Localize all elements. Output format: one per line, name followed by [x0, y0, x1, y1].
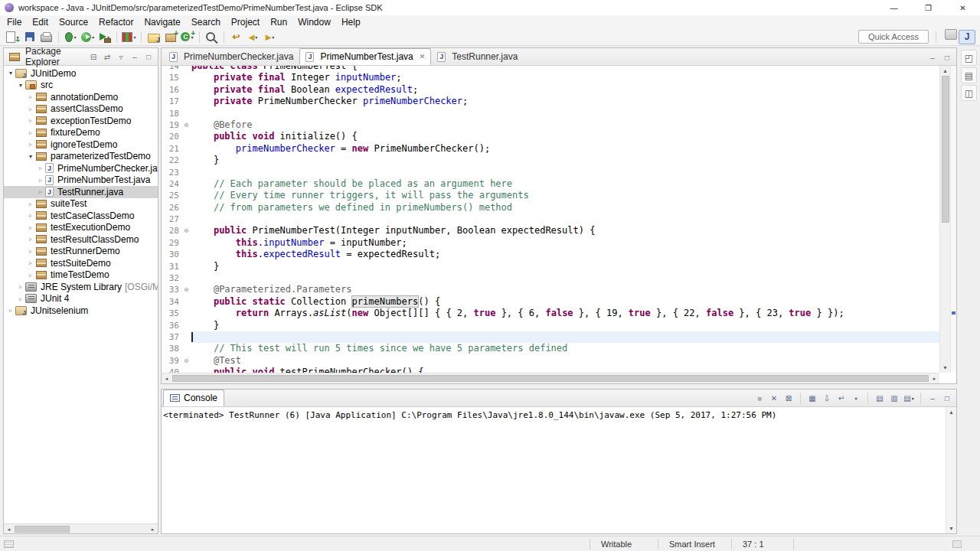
code-line-30[interactable]: 30 this.expectedResult = expectedResult;: [162, 249, 939, 260]
tree-item-testrunnerdemo[interactable]: ▹testRunnerDemo: [4, 246, 158, 258]
collapsed-tree-arrow-icon[interactable]: ▹: [26, 236, 35, 243]
open-search-icon[interactable]: [204, 30, 220, 44]
java-perspective-icon[interactable]: J: [959, 30, 975, 44]
tree-item-primenumberchecker-java[interactable]: ▹JPrimeNumberChecker.java: [4, 162, 158, 174]
code-editor[interactable]: 14public class PrimeNumberTest {15 priva…: [162, 66, 939, 373]
insert-mode-status[interactable]: Smart Insert: [658, 540, 731, 549]
menu-run[interactable]: Run: [265, 16, 292, 28]
tree-item-testsuitedemo[interactable]: ▹testSuiteDemo: [4, 257, 158, 269]
run-icon[interactable]: ▾: [80, 30, 96, 44]
new-java-project-icon[interactable]: [145, 30, 162, 44]
tree-item-src[interactable]: ▾src: [4, 80, 158, 92]
package-explorer-tab[interactable]: Package Explorer: [7, 46, 87, 67]
scroll-up-icon[interactable]: ▲: [946, 407, 956, 417]
clear-console-icon[interactable]: ▦: [806, 392, 818, 404]
code-line-24[interactable]: 24 // Each parameter should be placed as…: [162, 178, 939, 190]
tree-item-primenumbertest-java[interactable]: ▹JPrimeNumberTest.java: [4, 174, 158, 187]
debug-icon[interactable]: ▾: [63, 30, 79, 44]
code-line-37[interactable]: 37: [162, 331, 939, 343]
maximize-icon[interactable]: □: [941, 392, 953, 404]
code-line-14[interactable]: 14public class PrimeNumberTest {: [162, 66, 939, 72]
fold-collapse-icon[interactable]: ⊖: [181, 119, 191, 131]
open-console-icon[interactable]: ▤▾: [903, 392, 915, 404]
collapsed-tree-arrow-icon[interactable]: ▹: [36, 177, 45, 184]
code-line-21[interactable]: 21 primeNumberChecker = new PrimeNumberC…: [162, 143, 939, 155]
workbench-perspective-icon[interactable]: [945, 29, 957, 40]
code-line-33[interactable]: 33⊖ @Parameterized.Parameters: [162, 284, 939, 295]
maximize-window-button[interactable]: ❐: [911, 0, 946, 15]
pin-console-icon[interactable]: ▪: [850, 392, 862, 404]
menu-edit[interactable]: Edit: [27, 16, 54, 28]
tree-item-jre-system-library[interactable]: ▹JRE System Library[OSGi/Minimum-: [4, 281, 158, 293]
editor-vertical-scrollbar[interactable]: ▲ ▼: [939, 66, 950, 373]
fold-collapse-icon[interactable]: ⊖: [181, 355, 191, 367]
scroll-right-icon[interactable]: ▸: [148, 524, 158, 534]
new-wizard-icon[interactable]: ▾: [5, 30, 21, 44]
collapsed-tree-arrow-icon[interactable]: ▹: [26, 106, 35, 112]
minimize-icon[interactable]: ‒: [926, 392, 939, 404]
package-explorer-horizontal-scrollbar[interactable]: ◂ ▸: [4, 523, 158, 533]
collapsed-tree-arrow-icon[interactable]: ▹: [26, 129, 35, 136]
editor-tab-primenumberchecker-java[interactable]: JPrimeNumberChecker.java: [163, 48, 299, 65]
close-tab-icon[interactable]: ✕: [420, 53, 426, 60]
collapsed-tree-arrow-icon[interactable]: ▹: [16, 295, 25, 302]
minimize-window-button[interactable]: —: [877, 0, 911, 15]
tree-item-suitetest[interactable]: ▹suiteTest: [4, 198, 158, 210]
print-icon[interactable]: [38, 30, 54, 44]
collapse-all-icon[interactable]: ⊟: [87, 51, 100, 63]
expanded-tree-arrow-icon[interactable]: ▾: [26, 153, 35, 160]
code-line-25[interactable]: 25 // Every time runner triggers, it wil…: [162, 190, 939, 201]
collapsed-tree-arrow-icon[interactable]: ▹: [26, 212, 35, 219]
show-stderr-console-icon[interactable]: ▥: [888, 392, 900, 404]
scroll-down-icon[interactable]: ▼: [946, 523, 956, 533]
scrollbar-thumb[interactable]: [15, 526, 70, 533]
collapsed-tree-arrow-icon[interactable]: ▹: [26, 117, 35, 124]
fold-collapse-icon[interactable]: ⊖: [181, 284, 191, 295]
code-line-20[interactable]: 20 public void initialize() {: [162, 131, 939, 142]
maximize-icon[interactable]: □: [142, 51, 155, 63]
tree-item-junitdemo[interactable]: ▾JUnitDemo: [4, 67, 158, 80]
collapsed-tree-arrow-icon[interactable]: ▹: [36, 188, 45, 195]
last-edit-location-icon[interactable]: [228, 30, 244, 44]
editor-tab-testrunner-java[interactable]: JTestRunner.java: [431, 48, 524, 65]
code-line-22[interactable]: 22 }: [162, 155, 939, 166]
code-line-35[interactable]: 35 return Arrays.asList(new Object[][] {…: [162, 308, 939, 319]
menu-window[interactable]: Window: [292, 16, 336, 28]
scroll-left-icon[interactable]: ◂: [4, 524, 14, 534]
scroll-up-icon[interactable]: ▲: [940, 66, 950, 76]
code-line-23[interactable]: 23: [162, 167, 939, 178]
remove-launch-icon[interactable]: ✕: [768, 392, 780, 404]
save-icon[interactable]: [21, 30, 38, 44]
expanded-tree-arrow-icon[interactable]: ▾: [16, 82, 25, 89]
tree-item-testexecutiondemo[interactable]: ▹testExecutionDemo: [4, 222, 158, 234]
collapsed-tree-arrow-icon[interactable]: ▹: [26, 141, 35, 148]
minimize-editor-icon[interactable]: ‒: [926, 51, 939, 64]
new-class-icon[interactable]: ▾: [179, 30, 195, 44]
code-line-19[interactable]: 19⊖ @Before: [162, 119, 939, 131]
new-package-icon[interactable]: [162, 30, 178, 44]
collapsed-tree-arrow-icon[interactable]: ▹: [26, 248, 35, 255]
collapsed-tree-arrow-icon[interactable]: ▹: [26, 259, 35, 266]
tree-item-assertclassdemo[interactable]: ▹assertClassDemo: [4, 103, 158, 116]
maximize-editor-icon[interactable]: □: [941, 51, 953, 64]
back-icon[interactable]: ▾: [245, 30, 261, 44]
collapsed-tree-arrow-icon[interactable]: ▹: [6, 307, 15, 314]
close-window-button[interactable]: ✕: [946, 0, 980, 15]
menu-search[interactable]: Search: [186, 16, 226, 28]
collapsed-tree-arrow-icon[interactable]: ▹: [16, 283, 25, 290]
code-line-32[interactable]: 32: [162, 272, 939, 284]
collapsed-tree-arrow-icon[interactable]: ▹: [26, 201, 35, 207]
terminate-icon[interactable]: ■: [753, 392, 766, 404]
code-line-36[interactable]: 36 }: [162, 320, 939, 331]
menu-help[interactable]: Help: [336, 16, 366, 28]
scroll-lock-icon[interactable]: ⇩: [821, 392, 833, 404]
collapsed-tree-arrow-icon[interactable]: ▹: [26, 93, 35, 100]
tree-item-annotationdemo[interactable]: ▹annotationDemo: [4, 91, 158, 103]
forward-icon[interactable]: ▾: [262, 30, 278, 44]
editor-horizontal-scrollbar[interactable]: ◂ ▸: [162, 373, 939, 383]
code-line-16[interactable]: 16 private final Boolean expectedResult;: [162, 84, 939, 96]
collapsed-tree-arrow-icon[interactable]: ▹: [26, 224, 35, 231]
code-line-38[interactable]: 38 // This test will run 5 times since w…: [162, 343, 939, 354]
tree-item-parameterizedtestdemo[interactable]: ▾parameterizedTestDemo: [4, 151, 158, 163]
menu-source[interactable]: Source: [54, 16, 93, 28]
